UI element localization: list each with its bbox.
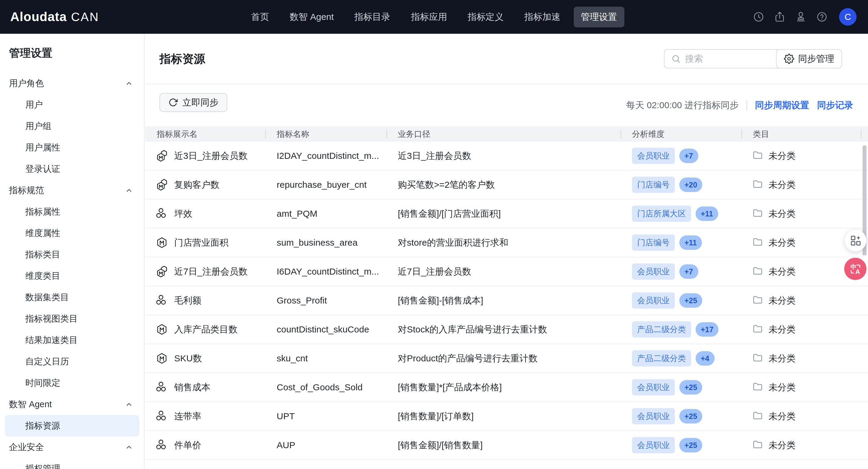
sidebar-item[interactable]: 时间限定 [0,372,144,394]
dimension-more-badge[interactable]: +11 [679,236,702,250]
metric-display-name: 近7日_注册会员数 [174,265,247,278]
topbar-actions: C [753,8,857,26]
sidebar-group-header[interactable]: 数智 Agent [0,394,144,415]
dimension-tag[interactable]: 会员职业 [632,263,675,280]
category-name: 未分类 [769,208,796,220]
dimension-more-badge[interactable]: +4 [695,351,715,366]
sidebar-item[interactable]: 指标类目 [0,244,144,265]
dimension-more-badge[interactable]: +25 [679,438,702,452]
sidebar-item[interactable]: 数据集类目 [0,287,144,308]
refresh-icon [168,98,178,107]
table-row[interactable]: 件单价AUP[销售金额]/[销售数量]会员职业+25未分类 [145,431,868,460]
sync-now-label: 立即同步 [182,96,218,109]
dimension-more-badge[interactable]: +17 [695,322,718,337]
sidebar-group-header[interactable]: 企业安全 [0,436,144,458]
sidebar-item[interactable]: 指标视图类目 [0,308,144,330]
dimension-more-badge[interactable]: +11 [695,207,718,221]
table-row[interactable]: 近7日_注册会员数I6DAY_countDistinct_m...近7日_注册会… [145,257,868,286]
share-icon[interactable] [774,11,785,23]
top-navigation-bar: Aloudata CAN 首页数智 Agent指标目录指标应用指标定义指标加速管… [0,0,868,34]
sidebar-item[interactable]: 用户属性 [0,137,144,158]
category-name: 未分类 [769,237,796,249]
nav-item[interactable]: 指标目录 [347,7,398,27]
table-header: 指标展示名 指标名称 业务口径 分析维度 类目 [145,126,868,142]
sidebar-item[interactable]: 用户 [0,94,144,116]
sidebar-group-header[interactable]: 用户角色 [0,73,144,94]
sidebar-item[interactable]: 维度属性 [0,222,144,244]
dimension-more-badge[interactable]: +25 [679,380,702,395]
sidebar-group-label: 数智 Agent [9,399,52,410]
business-caliber: 近7日_注册会员数 [386,265,621,278]
dimension-more-badge[interactable]: +25 [679,409,702,424]
table-row[interactable]: 连带率UPT[销售数量]/[订单数]会员职业+25未分类 [145,402,868,431]
help-icon[interactable] [816,11,828,23]
sidebar-item[interactable]: 登录认证 [0,158,144,180]
sidebar-item[interactable]: 授权管理 [0,458,144,469]
avatar[interactable]: C [839,8,857,26]
widget-launcher-button[interactable] [845,230,867,251]
search-input[interactable] [685,54,775,64]
metric-display-name: 近3日_注册会员数 [174,150,247,162]
nav-item[interactable]: 管理设置 [574,7,624,27]
dimension-tag[interactable]: 门店所属大区 [632,206,691,222]
table-row[interactable]: 入库产品类目数countDistinct_skuCode对Stock的入库产品编… [145,315,868,344]
table-row[interactable]: 近3日_注册会员数I2DAY_countDistinct_m...近3日_注册会… [145,142,868,170]
table-row[interactable]: 销售成本Cost_of_Goods_Sold[销售数量]*[产品成本价格]会员职… [145,373,868,402]
dimension-tag[interactable]: 会员职业 [632,379,675,396]
dimension-tag[interactable]: 门店编号 [632,234,675,251]
translate-button[interactable]: 中 A [844,258,867,280]
folder-icon [752,381,763,394]
folder-icon [752,179,763,191]
sidebar-item[interactable]: 维度类目 [0,265,144,287]
dimension-tag[interactable]: 门店编号 [632,177,675,193]
dimension-more-badge[interactable]: +25 [679,293,702,308]
nav-item[interactable]: 指标应用 [404,7,454,27]
category-name: 未分类 [769,265,796,278]
business-caliber: 近3日_注册会员数 [386,150,621,162]
nav-item[interactable]: 指标定义 [460,7,511,27]
clock-icon[interactable] [753,11,764,23]
nav-item[interactable]: 数智 Agent [282,7,341,27]
sidebar-item[interactable]: 指标资源 [5,415,139,436]
business-caliber: [销售数量]*[产品成本价格] [386,381,621,394]
sync-info: 每天 02:00:00 进行指标同步 同步周期设置 同步记录 [626,84,853,126]
sync-records-link[interactable]: 同步记录 [817,99,853,112]
metric-code: sum_business_area [265,238,386,248]
folder-icon [752,294,763,307]
dimension-tag[interactable]: 会员职业 [632,437,675,453]
folder-icon [752,207,763,220]
sidebar-item[interactable]: 指标属性 [0,201,144,222]
app-logo: Aloudata CAN [10,10,99,24]
folder-icon [752,439,763,452]
dimension-more-badge[interactable]: +7 [679,149,698,163]
search-box[interactable] [664,49,785,68]
dimension-tag[interactable]: 会员职业 [632,408,675,425]
sync-now-button[interactable]: 立即同步 [159,93,227,112]
sidebar-group-header[interactable]: 指标规范 [0,180,144,201]
sidebar-item[interactable]: 自定义日历 [0,351,144,372]
table-row[interactable]: 毛利额Gross_Profit[销售金额]-[销售成本]会员职业+25未分类 [145,286,868,315]
sync-manage-button[interactable]: 同步管理 [776,49,842,68]
dimension-tag[interactable]: 会员职业 [632,292,675,309]
stamp-icon[interactable] [795,11,807,23]
dimension-more-badge[interactable]: +7 [679,264,698,279]
sync-cycle-link[interactable]: 同步周期设置 [755,99,809,112]
table-row[interactable]: SKU数sku_cnt对Product的产品编号进行去重计数产品二级分类+4未分… [145,344,868,373]
dimension-tag[interactable]: 产品二级分类 [632,350,691,367]
sidebar-item[interactable]: 用户组 [0,116,144,137]
nav-item[interactable]: 首页 [244,7,276,27]
translate-button-wrap: 中 A [842,255,868,282]
chevron-up-icon [125,79,133,88]
table-row[interactable]: 坪效amt_PQM[销售金额]/[门店营业面积]门店所属大区+11未分类 [145,199,868,228]
business-caliber: 购买笔数>=2笔的客户数 [386,179,621,191]
gear-icon [784,54,794,64]
dimension-tag[interactable]: 产品二级分类 [632,321,691,338]
metric-display-name: 入库产品类目数 [174,323,238,336]
dimension-tag[interactable]: 会员职业 [632,148,675,164]
table-row[interactable]: 复购客户数repurchase_buyer_cnt购买笔数>=2笔的客户数门店编… [145,170,868,199]
dimension-more-badge[interactable]: +20 [679,178,702,192]
sidebar-item[interactable]: 结果加速类目 [0,330,144,351]
table-row[interactable]: 门店营业面积sum_business_area对store的营业面积进行求和门店… [145,228,868,257]
column-header: 类目 [741,126,868,142]
nav-item[interactable]: 指标加速 [517,7,567,27]
